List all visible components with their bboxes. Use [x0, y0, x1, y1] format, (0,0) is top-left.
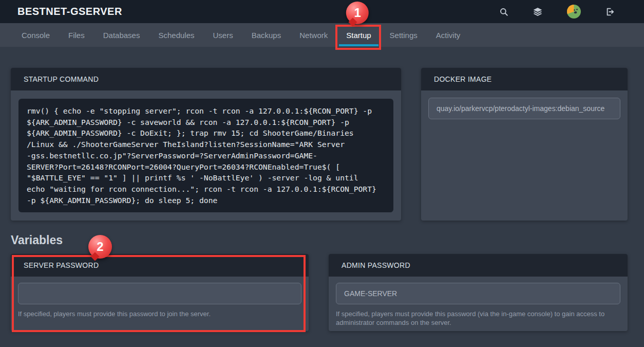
docker-image-panel: DOCKER IMAGE [421, 68, 628, 221]
startup-command-body: rmv() { echo -e "stopping server"; rcon … [11, 90, 401, 221]
main-content: STARTUP COMMAND rmv() { echo -e "stoppin… [0, 47, 644, 331]
server-password-help: If specified, players must provide this … [18, 309, 301, 318]
admin-password-body: If specified, players must provide this … [329, 277, 628, 331]
server-password-header: SERVER PASSWORD [11, 254, 309, 277]
active-tab-underline [339, 44, 378, 46]
tab-databases[interactable]: Databases [94, 23, 149, 47]
admin-password-input[interactable] [336, 283, 620, 304]
tab-settings-label: Settings [390, 31, 418, 40]
tab-activity[interactable]: Activity [427, 23, 470, 47]
admin-password-header: ADMIN PASSWORD [329, 254, 628, 277]
startup-command-text[interactable]: rmv() { echo -e "stopping server"; rcon … [18, 99, 393, 212]
search-icon[interactable] [499, 7, 508, 16]
tab-network-label: Network [299, 31, 328, 40]
layers-icon[interactable] [533, 7, 543, 16]
tab-files[interactable]: Files [59, 23, 94, 47]
admin-password-panel: ADMIN PASSWORD If specified, players mus… [329, 254, 628, 331]
server-password-panel: SERVER PASSWORD If specified, players mu… [11, 254, 309, 331]
docker-image-body [421, 90, 628, 221]
tab-users[interactable]: Users [204, 23, 242, 47]
top-bar: BESTNET-GSERVER [0, 0, 644, 23]
admin-password-help: If specified, players must provide this … [336, 309, 620, 327]
tab-schedules[interactable]: Schedules [149, 23, 203, 47]
server-nav: Console Files Databases Schedules Users … [0, 23, 644, 47]
tab-databases-label: Databases [103, 31, 140, 40]
docker-image-header: DOCKER IMAGE [421, 68, 628, 90]
sign-out-icon[interactable] [605, 7, 615, 16]
variables-heading: Variables [11, 233, 628, 247]
tab-settings[interactable]: Settings [381, 23, 427, 47]
tab-console[interactable]: Console [12, 23, 59, 47]
startup-command-header: STARTUP COMMAND [11, 68, 401, 90]
tab-startup[interactable]: Startup 1 [337, 23, 380, 47]
tab-files-label: Files [68, 31, 85, 40]
tab-users-label: Users [213, 31, 233, 40]
server-password-annotated-area: SERVER PASSWORD If specified, players mu… [11, 254, 309, 331]
server-title: BESTNET-GSERVER [17, 6, 122, 17]
tab-network[interactable]: Network [290, 23, 337, 47]
tab-console-label: Console [22, 31, 50, 40]
server-password-input[interactable] [18, 283, 301, 304]
server-password-body: If specified, players must provide this … [11, 277, 309, 331]
tab-activity-label: Activity [436, 31, 461, 40]
startup-command-panel: STARTUP COMMAND rmv() { echo -e "stoppin… [11, 68, 401, 221]
tab-backups[interactable]: Backups [242, 23, 291, 47]
user-avatar[interactable] [567, 5, 581, 19]
docker-image-input[interactable] [428, 98, 620, 119]
topbar-icons [499, 5, 644, 19]
tab-backups-label: Backups [252, 31, 281, 40]
tab-schedules-label: Schedules [158, 31, 194, 40]
tab-startup-label: Startup [346, 31, 371, 40]
